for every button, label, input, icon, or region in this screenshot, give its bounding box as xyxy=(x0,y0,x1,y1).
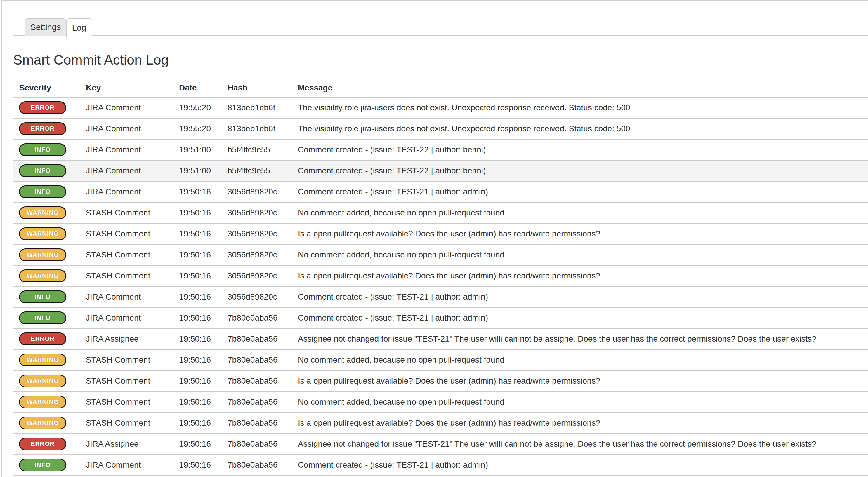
severity-cell: WARNING xyxy=(13,375,86,387)
table-row: WARNINGSTASH Comment19:50:167b80e0aba56I… xyxy=(13,413,868,434)
message-cell: Comment created - (issue: TEST-22 | auth… xyxy=(298,166,868,176)
key-cell: JIRA Assignee xyxy=(86,334,179,344)
key-cell: JIRA Comment xyxy=(86,460,179,470)
column-header-hash: Hash xyxy=(227,83,298,93)
hash-cell: 7b80e0aba56 xyxy=(227,376,298,386)
date-cell: 19:55:20 xyxy=(179,124,227,133)
severity-badge: INFO xyxy=(19,164,66,177)
date-cell: 19:50:16 xyxy=(179,292,227,301)
date-cell: 19:50:16 xyxy=(179,439,227,449)
severity-cell: INFO xyxy=(13,185,86,198)
tab-log[interactable]: Log xyxy=(66,19,92,37)
message-cell: No comment added, because no open pull-r… xyxy=(298,208,868,218)
message-cell: Is a open pullrequest available? Does th… xyxy=(298,376,868,386)
message-cell: Assignee not changed for issue "TEST-21"… xyxy=(298,439,868,449)
severity-cell: WARNING xyxy=(13,248,86,261)
hash-cell: 7b80e0aba56 xyxy=(227,313,298,323)
severity-badge: WARNING xyxy=(19,417,66,430)
message-cell: The visibility role jira-users does not … xyxy=(298,124,868,133)
severity-badge: WARNING xyxy=(19,353,66,367)
key-cell: JIRA Comment xyxy=(86,166,179,176)
tab-bar: Settings Log xyxy=(25,19,92,37)
hash-cell: 7b80e0aba56 xyxy=(227,460,298,470)
message-cell: Comment created - (issue: TEST-21 | auth… xyxy=(298,313,868,323)
key-cell: STASH Comment xyxy=(86,418,179,428)
message-cell: No comment added, because no open pull-r… xyxy=(298,250,868,259)
severity-badge: INFO xyxy=(19,143,66,156)
key-cell: STASH Comment xyxy=(86,250,179,259)
severity-badge: WARNING xyxy=(19,395,66,408)
severity-cell: INFO xyxy=(13,143,86,156)
date-cell: 19:50:16 xyxy=(179,313,227,323)
date-cell: 19:50:16 xyxy=(179,418,227,428)
severity-cell: WARNING xyxy=(13,206,86,219)
table-row: WARNINGSTASH Comment19:50:167b80e0aba56N… xyxy=(13,350,868,371)
message-cell: Comment created - (issue: TEST-22 | auth… xyxy=(298,145,868,154)
message-cell: No comment added, because no open pull-r… xyxy=(298,355,868,364)
date-cell: 19:50:16 xyxy=(179,208,227,218)
severity-badge: WARNING xyxy=(19,206,66,219)
key-cell: JIRA Assignee xyxy=(86,439,179,449)
date-cell: 19:50:16 xyxy=(179,229,227,238)
severity-badge: ERROR xyxy=(19,438,66,450)
key-cell: STASH Comment xyxy=(86,355,179,364)
key-cell: JIRA Comment xyxy=(86,103,179,113)
severity-badge: INFO xyxy=(19,458,66,472)
table-row: WARNINGSTASH Comment19:50:163056d89820cN… xyxy=(13,245,868,266)
hash-cell: 7b80e0aba56 xyxy=(227,355,298,364)
table-header-row: Severity Key Date Hash Message xyxy=(13,79,868,97)
key-cell: STASH Comment xyxy=(86,376,179,386)
severity-cell: INFO xyxy=(13,312,86,324)
hash-cell: 3056d89820c xyxy=(227,271,298,281)
key-cell: JIRA Comment xyxy=(86,292,179,301)
hash-cell: 813beb1eb6f xyxy=(227,103,298,113)
severity-cell: ERROR xyxy=(13,332,86,345)
severity-badge: WARNING xyxy=(19,227,66,240)
severity-cell: WARNING xyxy=(13,395,86,408)
key-cell: STASH Comment xyxy=(86,229,179,238)
table-row: ERRORJIRA Assignee19:50:167b80e0aba56Ass… xyxy=(13,329,868,350)
page-title: Smart Commit Action Log xyxy=(13,52,169,68)
message-cell: Assignee not changed for issue "TEST-21"… xyxy=(298,334,868,344)
severity-badge: WARNING xyxy=(19,269,66,282)
table-row: WARNINGSTASH Comment19:50:163056d89820cI… xyxy=(13,224,868,245)
hash-cell: 3056d89820c xyxy=(227,208,298,218)
hash-cell: 3056d89820c xyxy=(227,187,298,196)
severity-badge: WARNING xyxy=(19,248,66,261)
severity-cell: ERROR xyxy=(13,438,86,450)
table-row: ERRORJIRA Comment19:55:20813beb1eb6fThe … xyxy=(13,119,868,139)
table-row: INFOJIRA Comment19:50:163056d89820cComme… xyxy=(13,182,868,202)
date-cell: 19:50:16 xyxy=(179,460,227,470)
hash-cell: 3056d89820c xyxy=(227,229,298,238)
severity-cell: WARNING xyxy=(13,353,86,367)
key-cell: STASH Comment xyxy=(86,271,179,281)
table-row: WARNINGSTASH Comment19:50:167b80e0aba56I… xyxy=(13,371,868,392)
column-header-message: Message xyxy=(298,83,868,93)
severity-cell: INFO xyxy=(13,290,86,303)
severity-badge: WARNING xyxy=(19,375,66,387)
hash-cell: b5f4ffc9e55 xyxy=(227,166,298,176)
key-cell: JIRA Comment xyxy=(86,313,179,323)
tab-strip-divider xyxy=(13,35,868,36)
tab-settings[interactable]: Settings xyxy=(25,19,66,36)
hash-cell: 7b80e0aba56 xyxy=(227,334,298,344)
severity-cell: WARNING xyxy=(13,269,86,282)
severity-badge: INFO xyxy=(19,290,66,303)
severity-cell: ERROR xyxy=(13,101,86,114)
severity-cell: INFO xyxy=(13,164,86,177)
table-row: ERRORJIRA Assignee19:50:167b80e0aba56Ass… xyxy=(13,434,868,455)
table-row: INFOJIRA Comment19:51:00b5f4ffc9e55Comme… xyxy=(13,139,868,161)
table-row: WARNINGSTASH Comment19:50:163056d89820cN… xyxy=(13,202,868,224)
hash-cell: 813beb1eb6f xyxy=(227,124,298,133)
date-cell: 19:51:00 xyxy=(179,166,227,176)
table-row: WARNINGSTASH Comment19:50:167b80e0aba56N… xyxy=(13,392,868,413)
log-table-body: ERRORJIRA Comment19:55:20813beb1eb6fThe … xyxy=(13,97,868,476)
severity-badge: ERROR xyxy=(19,101,66,114)
log-table: Severity Key Date Hash Message ERRORJIRA… xyxy=(13,79,868,476)
hash-cell: b5f4ffc9e55 xyxy=(227,145,298,154)
severity-cell: INFO xyxy=(13,458,86,472)
date-cell: 19:50:16 xyxy=(179,355,227,364)
hash-cell: 7b80e0aba56 xyxy=(227,397,298,407)
page-left-border xyxy=(1,0,2,477)
message-cell: Comment created - (issue: TEST-21 | auth… xyxy=(298,187,868,196)
